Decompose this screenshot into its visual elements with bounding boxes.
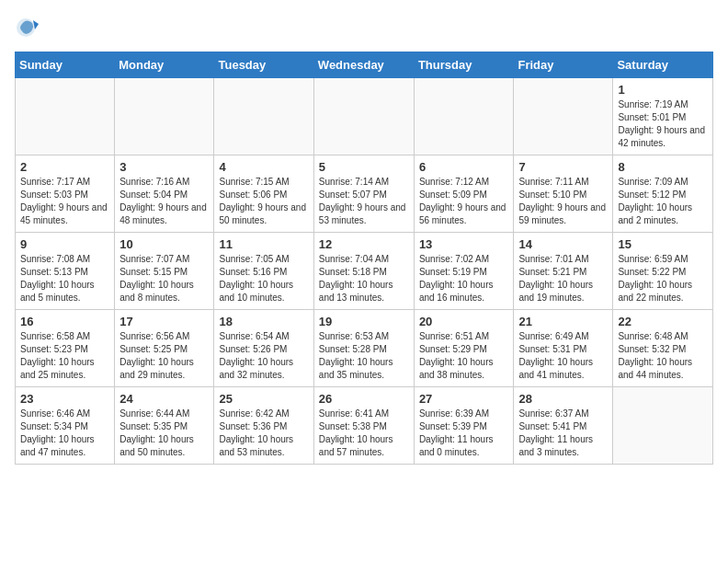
- day-info: Sunrise: 7:01 AM Sunset: 5:21 PM Dayligh…: [518, 253, 608, 304]
- day-info: Sunrise: 7:14 AM Sunset: 5:07 PM Dayligh…: [319, 176, 409, 227]
- day-number: 28: [518, 392, 608, 406]
- day-number: 8: [618, 160, 708, 174]
- calendar-header-row: SundayMondayTuesdayWednesdayThursdayFrid…: [16, 52, 713, 78]
- week-row-5: 23Sunrise: 6:46 AM Sunset: 5:34 PM Dayli…: [16, 387, 713, 465]
- calendar-cell: 15Sunrise: 6:59 AM Sunset: 5:22 PM Dayli…: [613, 233, 713, 310]
- calendar-cell: [16, 78, 115, 155]
- day-number: 18: [219, 315, 308, 328]
- calendar-cell: [514, 78, 613, 155]
- calendar-cell: 20Sunrise: 6:51 AM Sunset: 5:29 PM Dayli…: [414, 310, 514, 387]
- day-number: 26: [319, 392, 409, 406]
- calendar-cell: 6Sunrise: 7:12 AM Sunset: 5:09 PM Daylig…: [414, 155, 514, 233]
- day-info: Sunrise: 6:58 AM Sunset: 5:23 PM Dayligh…: [20, 330, 109, 382]
- calendar-cell: 9Sunrise: 7:08 AM Sunset: 5:13 PM Daylig…: [16, 233, 115, 310]
- calendar-cell: [214, 78, 313, 155]
- calendar-cell: 16Sunrise: 6:58 AM Sunset: 5:23 PM Dayli…: [16, 310, 115, 387]
- day-number: 5: [319, 160, 409, 174]
- day-info: Sunrise: 7:19 AM Sunset: 5:01 PM Dayligh…: [618, 98, 708, 150]
- day-info: Sunrise: 7:15 AM Sunset: 5:06 PM Dayligh…: [219, 176, 308, 227]
- day-number: 12: [319, 237, 409, 251]
- day-number: 4: [219, 160, 308, 174]
- day-number: 17: [119, 315, 209, 328]
- day-info: Sunrise: 6:44 AM Sunset: 5:35 PM Dayligh…: [119, 408, 209, 459]
- day-info: Sunrise: 6:56 AM Sunset: 5:25 PM Dayligh…: [119, 330, 209, 382]
- day-info: Sunrise: 6:37 AM Sunset: 5:41 PM Dayligh…: [518, 408, 608, 459]
- day-number: 14: [518, 237, 608, 251]
- calendar-cell: 19Sunrise: 6:53 AM Sunset: 5:28 PM Dayli…: [313, 310, 414, 387]
- calendar-cell: 24Sunrise: 6:44 AM Sunset: 5:35 PM Dayli…: [115, 387, 214, 465]
- calendar-cell: 26Sunrise: 6:41 AM Sunset: 5:38 PM Dayli…: [313, 387, 414, 465]
- day-info: Sunrise: 6:48 AM Sunset: 5:32 PM Dayligh…: [618, 330, 708, 382]
- day-number: 2: [20, 160, 109, 174]
- day-number: 16: [20, 315, 109, 328]
- week-row-3: 9Sunrise: 7:08 AM Sunset: 5:13 PM Daylig…: [16, 233, 713, 310]
- week-row-4: 16Sunrise: 6:58 AM Sunset: 5:23 PM Dayli…: [16, 310, 713, 387]
- calendar-cell: 10Sunrise: 7:07 AM Sunset: 5:15 PM Dayli…: [115, 233, 214, 310]
- calendar-cell: 11Sunrise: 7:05 AM Sunset: 5:16 PM Dayli…: [214, 233, 313, 310]
- day-info: Sunrise: 7:17 AM Sunset: 5:03 PM Dayligh…: [20, 176, 109, 227]
- day-number: 21: [518, 315, 608, 328]
- day-info: Sunrise: 7:09 AM Sunset: 5:12 PM Dayligh…: [618, 176, 708, 227]
- calendar-cell: [414, 78, 514, 155]
- day-info: Sunrise: 7:07 AM Sunset: 5:15 PM Dayligh…: [119, 253, 209, 304]
- day-info: Sunrise: 6:39 AM Sunset: 5:39 PM Dayligh…: [419, 408, 509, 459]
- col-header-thursday: Thursday: [414, 52, 514, 78]
- day-number: 1: [618, 83, 708, 97]
- day-info: Sunrise: 6:41 AM Sunset: 5:38 PM Dayligh…: [319, 408, 409, 459]
- day-number: 22: [618, 315, 708, 328]
- day-number: 10: [119, 237, 209, 251]
- calendar-cell: 18Sunrise: 6:54 AM Sunset: 5:26 PM Dayli…: [214, 310, 313, 387]
- day-number: 19: [319, 315, 409, 328]
- calendar-cell: 12Sunrise: 7:04 AM Sunset: 5:18 PM Dayli…: [313, 233, 414, 310]
- calendar-cell: 1Sunrise: 7:19 AM Sunset: 5:01 PM Daylig…: [613, 78, 713, 155]
- calendar-cell: 25Sunrise: 6:42 AM Sunset: 5:36 PM Dayli…: [214, 387, 313, 465]
- day-number: 25: [219, 392, 308, 406]
- calendar-cell: 3Sunrise: 7:16 AM Sunset: 5:04 PM Daylig…: [115, 155, 214, 233]
- calendar-table: SundayMondayTuesdayWednesdayThursdayFrid…: [15, 52, 713, 465]
- day-number: 9: [20, 237, 109, 251]
- logo-icon: [15, 15, 40, 40]
- day-info: Sunrise: 7:02 AM Sunset: 5:19 PM Dayligh…: [419, 253, 509, 304]
- calendar-cell: 17Sunrise: 6:56 AM Sunset: 5:25 PM Dayli…: [115, 310, 214, 387]
- day-info: Sunrise: 6:53 AM Sunset: 5:28 PM Dayligh…: [319, 330, 409, 382]
- day-number: 7: [518, 160, 608, 174]
- calendar-cell: 23Sunrise: 6:46 AM Sunset: 5:34 PM Dayli…: [16, 387, 115, 465]
- col-header-monday: Monday: [115, 52, 214, 78]
- calendar-cell: 28Sunrise: 6:37 AM Sunset: 5:41 PM Dayli…: [514, 387, 613, 465]
- calendar-cell: 8Sunrise: 7:09 AM Sunset: 5:12 PM Daylig…: [613, 155, 713, 233]
- calendar-cell: 5Sunrise: 7:14 AM Sunset: 5:07 PM Daylig…: [313, 155, 414, 233]
- day-number: 11: [219, 237, 308, 251]
- calendar-cell: 22Sunrise: 6:48 AM Sunset: 5:32 PM Dayli…: [613, 310, 713, 387]
- calendar-cell: 21Sunrise: 6:49 AM Sunset: 5:31 PM Dayli…: [514, 310, 613, 387]
- day-number: 27: [419, 392, 509, 406]
- calendar-cell: [313, 78, 414, 155]
- day-info: Sunrise: 7:08 AM Sunset: 5:13 PM Dayligh…: [20, 253, 109, 304]
- day-info: Sunrise: 6:49 AM Sunset: 5:31 PM Dayligh…: [518, 330, 608, 382]
- col-header-saturday: Saturday: [613, 52, 713, 78]
- col-header-wednesday: Wednesday: [313, 52, 414, 78]
- col-header-sunday: Sunday: [16, 52, 115, 78]
- day-number: 3: [119, 160, 209, 174]
- day-number: 13: [419, 237, 509, 251]
- day-info: Sunrise: 7:12 AM Sunset: 5:09 PM Dayligh…: [419, 176, 509, 227]
- week-row-2: 2Sunrise: 7:17 AM Sunset: 5:03 PM Daylig…: [16, 155, 713, 233]
- col-header-friday: Friday: [514, 52, 613, 78]
- day-info: Sunrise: 6:42 AM Sunset: 5:36 PM Dayligh…: [219, 408, 308, 459]
- week-row-1: 1Sunrise: 7:19 AM Sunset: 5:01 PM Daylig…: [16, 78, 713, 155]
- calendar-cell: 13Sunrise: 7:02 AM Sunset: 5:19 PM Dayli…: [414, 233, 514, 310]
- calendar-cell: 4Sunrise: 7:15 AM Sunset: 5:06 PM Daylig…: [214, 155, 313, 233]
- day-number: 15: [618, 237, 708, 251]
- day-number: 23: [20, 392, 109, 406]
- calendar-cell: 7Sunrise: 7:11 AM Sunset: 5:10 PM Daylig…: [514, 155, 613, 233]
- day-number: 6: [419, 160, 509, 174]
- col-header-tuesday: Tuesday: [214, 52, 313, 78]
- calendar-cell: 2Sunrise: 7:17 AM Sunset: 5:03 PM Daylig…: [16, 155, 115, 233]
- day-info: Sunrise: 7:04 AM Sunset: 5:18 PM Dayligh…: [319, 253, 409, 304]
- day-info: Sunrise: 7:16 AM Sunset: 5:04 PM Dayligh…: [119, 176, 209, 227]
- day-info: Sunrise: 6:54 AM Sunset: 5:26 PM Dayligh…: [219, 330, 308, 382]
- calendar-cell: 27Sunrise: 6:39 AM Sunset: 5:39 PM Dayli…: [414, 387, 514, 465]
- calendar-cell: 14Sunrise: 7:01 AM Sunset: 5:21 PM Dayli…: [514, 233, 613, 310]
- calendar-cell: [613, 387, 713, 465]
- day-info: Sunrise: 7:05 AM Sunset: 5:16 PM Dayligh…: [219, 253, 308, 304]
- day-number: 20: [419, 315, 509, 328]
